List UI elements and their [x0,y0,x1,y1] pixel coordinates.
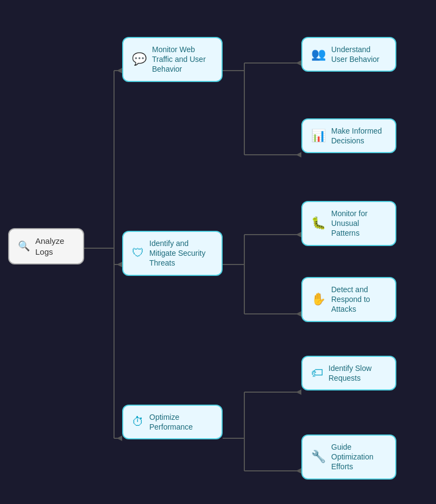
guide-label: Guide Optimization Efforts [331,442,387,472]
wrench-icon: 🔧 [311,449,326,465]
bug-icon: 🐛 [311,216,326,231]
root-label: Analyze Logs [35,236,74,257]
svg-marker-24 [296,389,301,395]
root-node: 🔍 Analyze Logs [8,228,84,264]
svg-marker-5 [117,68,122,73]
svg-marker-7 [117,436,122,441]
svg-marker-6 [117,262,122,267]
shield-icon: 🛡 [132,245,144,261]
understand-node: 👥 Understand User Behavior [301,37,396,72]
guide-node: 🔧 Guide Optimization Efforts [301,434,396,480]
chat-icon: 💬 [132,52,147,67]
slow-node: 🏷 Identify Slow Requests [301,356,396,390]
unusual-label: Monitor for Unusual Patterns [331,209,387,238]
timer-icon: ⏱ [132,414,144,430]
slow-label: Identify Slow Requests [328,363,387,383]
security-node: 🛡 Identify and Mitigate Security Threats [122,231,223,276]
tag-icon: 🏷 [311,366,323,381]
users-icon: 👥 [311,47,326,62]
monitor-label: Monitor Web Traffic and User Behavior [152,45,213,74]
svg-marker-25 [296,468,301,474]
svg-marker-13 [296,152,301,158]
hand-icon: ✋ [311,292,326,307]
search-icon: 🔍 [18,240,30,253]
optimize-label: Optimize Performance [149,412,213,432]
chart-icon: 📊 [311,128,326,144]
understand-label: Understand User Behavior [331,45,387,64]
informed-label: Make Informed Decisions [331,126,387,146]
svg-marker-18 [296,232,301,237]
unusual-node: 🐛 Monitor for Unusual Patterns [301,201,396,246]
security-label: Identify and Mitigate Security Threats [149,238,213,268]
informed-node: 📊 Make Informed Decisions [301,118,396,153]
svg-marker-12 [296,60,301,66]
diagram-container: 🔍 Analyze Logs 💬 Monitor Web Traffic and… [0,0,436,504]
respond-label: Detect and Respond to Attacks [331,285,387,314]
optimize-node: ⏱ Optimize Performance [122,405,223,439]
monitor-node: 💬 Monitor Web Traffic and User Behavior [122,37,223,82]
svg-marker-19 [296,311,301,317]
respond-node: ✋ Detect and Respond to Attacks [301,277,396,322]
